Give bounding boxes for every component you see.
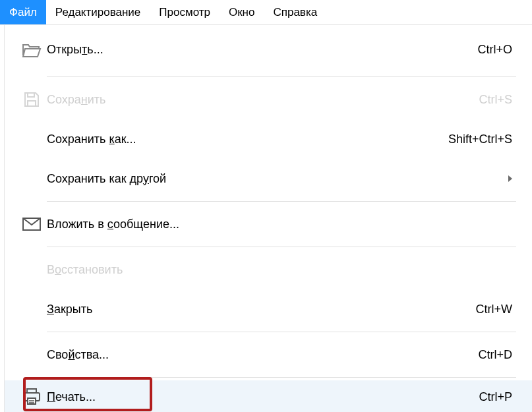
menu-save-shortcut: Ctrl+S [479, 93, 512, 107]
menubar: Файл Редактирование Просмотр Окно Справк… [0, 0, 532, 25]
menubar-edit[interactable]: Редактирование [46, 0, 150, 24]
menu-properties-label: Свойства... [47, 348, 478, 362]
menu-open[interactable]: Открыть... Ctrl+O [5, 25, 532, 74]
menu-revert: Восстановить [5, 250, 532, 289]
menu-save-label: Сохранить [47, 93, 479, 107]
menu-save: Сохранить Ctrl+S [5, 80, 532, 119]
menu-properties-shortcut: Ctrl+D [478, 348, 512, 362]
menu-print-shortcut: Ctrl+P [479, 390, 512, 404]
menu-separator [47, 76, 516, 77]
menu-open-shortcut: Ctrl+O [477, 43, 512, 57]
folder-open-icon [16, 41, 47, 58]
menu-attach-email-label: Вложить в сообщение... [47, 218, 512, 231]
file-menu-dropdown: Открыть... Ctrl+O Сохранить Ctrl+S Сохра… [4, 25, 532, 412]
submenu-arrow-icon [508, 175, 512, 182]
menu-separator [47, 201, 516, 202]
menu-close-shortcut: Ctrl+W [476, 303, 513, 316]
menu-separator [47, 247, 516, 247]
menu-close-label: Закрыть [47, 303, 476, 316]
save-icon [16, 91, 47, 108]
menubar-view[interactable]: Просмотр [150, 0, 220, 24]
menu-attach-email[interactable]: Вложить в сообщение... [5, 204, 532, 244]
printer-icon [16, 388, 47, 405]
menubar-file[interactable]: Файл [0, 0, 46, 24]
menu-save-as-shortcut: Shift+Ctrl+S [448, 132, 512, 146]
menu-save-as-other-label: Сохранить как другой [47, 172, 508, 186]
menu-separator [47, 332, 516, 332]
menu-properties[interactable]: Свойства... Ctrl+D [5, 335, 532, 374]
menu-open-label: Открыть... [47, 43, 477, 57]
menubar-help[interactable]: Справка [264, 0, 326, 24]
menu-save-as-other[interactable]: Сохранить как другой [5, 159, 532, 198]
menu-separator [47, 377, 516, 378]
menu-save-as-label: Сохранить как... [47, 132, 448, 146]
envelope-icon [16, 218, 47, 231]
menu-print-label: Печать... [47, 390, 479, 404]
menu-close[interactable]: Закрыть Ctrl+W [5, 289, 532, 329]
menu-revert-label: Восстановить [47, 263, 512, 277]
menu-print[interactable]: Печать... Ctrl+P [5, 380, 532, 412]
menubar-window[interactable]: Окно [220, 0, 264, 24]
menu-save-as[interactable]: Сохранить как... Shift+Ctrl+S [5, 119, 532, 159]
